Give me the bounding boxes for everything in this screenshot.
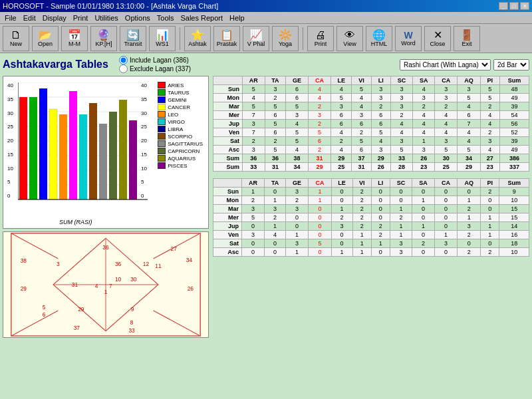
table2-row-label: Jup (213, 222, 242, 231)
toolbar-word[interactable]: W Word (395, 26, 422, 51)
toolbar-yoga[interactable]: 🔆 Yoga (272, 26, 299, 51)
exit-icon: 🚪 (460, 30, 473, 41)
table1-cell: 4 (480, 111, 499, 120)
menu-sales-report[interactable]: Sales Report (177, 13, 226, 23)
exclude-lagan-input[interactable] (119, 65, 128, 73)
table2-cell: 0 (265, 239, 286, 248)
toolbar-mm-label: M-M (68, 41, 80, 47)
bar-type-dropdown[interactable]: 2d Bar (493, 59, 529, 70)
table2-cell: 3 (241, 231, 264, 239)
minimize-btn[interactable]: _ (499, 2, 508, 10)
table2-cell: 0 (371, 213, 390, 222)
menu-utilities[interactable]: Utilities (91, 13, 121, 23)
table2-cell: 0 (412, 188, 435, 196)
toolbar-view[interactable]: 👁 View (336, 26, 363, 51)
col-sa: SA (413, 76, 435, 85)
toolbar-close[interactable]: ✕ Close (424, 26, 451, 51)
toolbar-ws1[interactable]: 📊 WS1 (149, 26, 176, 51)
table1-cell: 26 (413, 154, 435, 163)
toolbar-ashtak[interactable]: ⭐ Ashtak (184, 26, 211, 51)
table1-cell: 2 (413, 102, 435, 111)
menu-options[interactable]: Options (122, 13, 154, 23)
table2-cell: 10 (499, 248, 529, 257)
toolbar-print[interactable]: 🖨 Print (307, 26, 334, 51)
table1-row-label: Mar (213, 102, 243, 111)
new-icon: 🗋 (11, 30, 21, 41)
toolbar-vphal[interactable]: 📈 V Phal (243, 26, 269, 51)
window-title: HOROSOFT - Sample 01/01/1980 13:10:00 - … (3, 2, 218, 10)
maximize-btn[interactable]: □ (509, 2, 519, 10)
include-lagan-radio[interactable]: Include Lagan (386) (119, 56, 191, 65)
table1-cell: 3 (331, 102, 352, 111)
table2-cell: 3 (241, 205, 264, 213)
table2-cell: 0 (371, 248, 390, 257)
svg-text:4: 4 (95, 283, 98, 289)
table1-cell: 27 (480, 154, 499, 163)
toolbar: 🗋 New 📂 Open 📅 M-M 🔮 KP.[H] 🔄 Transit 📊 … (0, 24, 532, 53)
table1-cell: 5 (480, 94, 499, 102)
table2-cell: 4 (265, 231, 286, 239)
table2-cell: 0 (241, 222, 264, 231)
table1-cell: 386 (500, 154, 529, 163)
table1-row-label: Mer (213, 111, 243, 120)
menu-tools[interactable]: Tools (154, 13, 178, 23)
table1-cell: 5 (390, 146, 412, 154)
menu-print[interactable]: Print (70, 13, 92, 23)
table2-cell: 1 (412, 196, 435, 205)
table2-cell: 1 (352, 231, 371, 239)
table1-cell: 49 (500, 146, 529, 154)
table1-cell: 39 (500, 137, 529, 146)
table2-cell: 1 (352, 239, 371, 248)
table2-cell: 2 (285, 196, 308, 205)
svg-rect-19 (119, 100, 127, 200)
lagan-radio-group: Include Lagan (386) Exclude Lagan (337) (119, 56, 191, 73)
exclude-lagan-radio[interactable]: Exclude Lagan (337) (119, 65, 191, 73)
toolbar-html[interactable]: 🌐 HTML (366, 26, 392, 51)
menu-help[interactable]: Help (226, 13, 248, 23)
svg-rect-9 (19, 97, 27, 200)
table1-cell: 34 (286, 163, 309, 172)
chart-type-dropdown[interactable]: Rashi Chart (With Lagna) (400, 59, 491, 70)
table1-cell: 3 (371, 94, 390, 102)
svg-text:5: 5 (43, 304, 46, 311)
col-li: LI (371, 76, 390, 85)
toolbar-kp[interactable]: 🔮 KP.[H] (90, 26, 117, 51)
table1-cell: 2 (265, 94, 285, 102)
table2-cell: 0 (371, 188, 390, 196)
table1-cell: 26 (371, 163, 390, 172)
table2-cell: 15 (499, 213, 529, 222)
table1-cell: 34 (458, 154, 481, 163)
table1-cell: 6 (371, 111, 390, 120)
table1-cell: 6 (286, 85, 309, 94)
col2-li: LI (371, 179, 390, 188)
svg-rect-17 (99, 124, 107, 200)
col-vi: VI (352, 76, 371, 85)
menu-edit[interactable]: Edit (20, 13, 39, 23)
include-lagan-input[interactable] (119, 56, 128, 65)
table1-cell: 4 (390, 128, 412, 137)
toolbar-exit[interactable]: 🚪 Exit (454, 26, 480, 51)
table1-cell: 6 (331, 120, 352, 128)
toolbar-transit[interactable]: 🔄 Transit (120, 26, 146, 51)
col-ca2: CA (435, 76, 458, 85)
toolbar-new[interactable]: 🗋 New (3, 26, 29, 51)
toolbar-mm[interactable]: 📅 M-M (61, 26, 88, 51)
table1-cell: 337 (500, 163, 529, 172)
col-ta: TA (265, 76, 285, 85)
table2-cell: 3 (458, 222, 481, 231)
table2-cell: 1 (412, 222, 435, 231)
table1-cell: 4 (286, 120, 309, 128)
toolbar-prastak-label: Prastak (217, 41, 237, 47)
toolbar-open[interactable]: 📂 Open (32, 26, 59, 51)
table1-cell: 3 (371, 146, 390, 154)
toolbar-prastak[interactable]: 📋 Prastak (213, 26, 240, 51)
close-btn[interactable]: ✕ (520, 2, 529, 10)
header-row: Ashtakavarga Tables Include Lagan (386) … (3, 56, 529, 73)
table2-cell: 0 (481, 205, 499, 213)
table2-cell: 2 (458, 231, 481, 239)
toolbar-open-label: Open (38, 41, 53, 47)
svg-text:11: 11 (155, 263, 162, 269)
menu-file[interactable]: File (1, 13, 20, 23)
menu-display[interactable]: Display (39, 13, 70, 23)
table1-cell: 48 (500, 85, 529, 94)
